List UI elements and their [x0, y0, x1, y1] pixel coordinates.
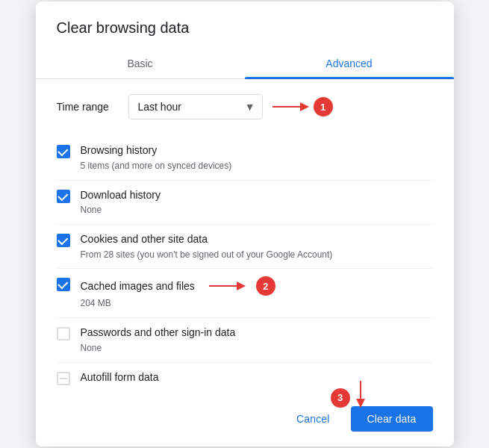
content-area: Time range Last hour Last 24 hours Last …	[36, 79, 454, 392]
list-item: Download history None	[57, 181, 433, 225]
checkbox-browsing-history[interactable]	[57, 145, 70, 158]
item-sub-browsing-history: 5 items (and more on synced devices)	[81, 160, 433, 172]
time-range-label: Time range	[57, 101, 116, 113]
item-title-cookies: Cookies and other site data	[81, 232, 433, 247]
item-title-browsing-history: Browsing history	[81, 143, 433, 158]
item-sub-cookies: From 28 sites (you won't be signed out o…	[81, 249, 433, 261]
annotation-3-wrapper: 3	[331, 379, 368, 408]
annotation-arrow-1	[269, 99, 314, 114]
checkbox-passwords[interactable]	[57, 327, 70, 340]
item-title-autofill: Autofill form data	[81, 370, 433, 385]
time-range-row: Time range Last hour Last 24 hours Last …	[57, 94, 433, 119]
checkbox-autofill[interactable]	[57, 372, 70, 385]
dialog-title: Clear browsing data	[36, 1, 454, 49]
clear-browsing-data-dialog: Clear browsing data Basic Advanced Time …	[36, 1, 454, 446]
annotation-badge-2: 2	[256, 276, 275, 296]
time-range-select[interactable]: Last hour Last 24 hours Last 7 days Last…	[128, 94, 263, 119]
list-item: Cookies and other site data From 28 site…	[57, 225, 433, 269]
item-sub-passwords: None	[81, 342, 433, 355]
annotation-arrow-2	[205, 279, 250, 293]
item-title-cached-images: Cached images and files	[81, 279, 195, 294]
tab-advanced[interactable]: Advanced	[245, 49, 454, 78]
time-range-select-wrapper: Last hour Last 24 hours Last 7 days Last…	[128, 94, 263, 119]
cancel-button[interactable]: Cancel	[283, 407, 343, 431]
checkbox-download-history[interactable]	[57, 190, 70, 203]
item-sub-cached-images: 204 MB	[81, 297, 433, 310]
tab-basic[interactable]: Basic	[36, 49, 245, 78]
checkbox-cached-images[interactable]	[57, 278, 70, 291]
list-item: Autofill form data	[57, 363, 433, 393]
list-item: Browsing history 5 items (and more on sy…	[57, 136, 433, 180]
list-item: Cached images and files 2 204	[57, 269, 433, 318]
item-sub-download-history: None	[81, 204, 433, 217]
item-title-download-history: Download history	[81, 188, 433, 203]
dialog-footer: 3 Cancel Clear data	[36, 393, 454, 432]
list-item: Passwords and other sign-in data None	[57, 318, 433, 362]
clear-data-button[interactable]: Clear data	[351, 406, 433, 432]
annotation-badge-3: 3	[331, 388, 350, 408]
checkbox-list: Browsing history 5 items (and more on sy…	[57, 136, 433, 392]
item-title-passwords: Passwords and other sign-in data	[81, 326, 433, 340]
annotation-arrow-3	[353, 379, 368, 408]
time-range-annotation: Last hour Last 24 hours Last 7 days Last…	[128, 94, 333, 119]
annotation-badge-1: 1	[314, 97, 333, 116]
tab-bar: Basic Advanced	[36, 49, 454, 79]
checkbox-cookies[interactable]	[57, 234, 70, 247]
